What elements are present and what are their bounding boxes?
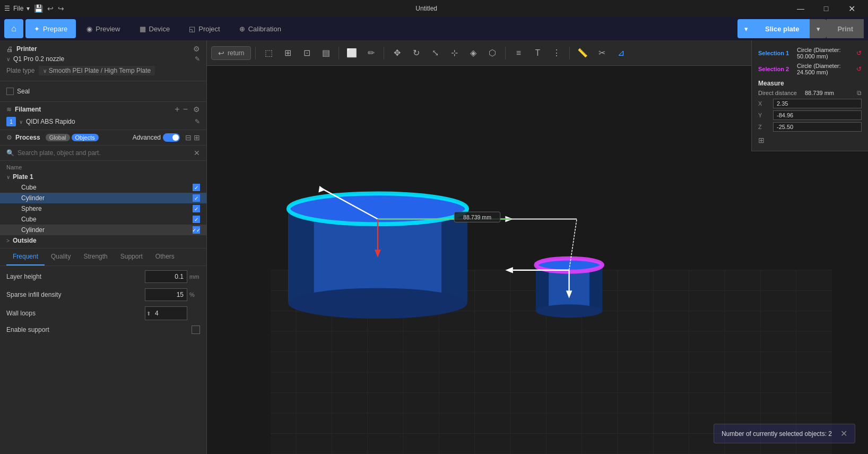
tree-item-cylinder2[interactable]: Cylinder ✓	[0, 225, 206, 235]
project-label: Project	[198, 25, 220, 33]
slice-view-button[interactable]: ⋮	[548, 45, 565, 62]
infill-density-input[interactable]	[145, 288, 187, 301]
rotate-button[interactable]: ↻	[407, 45, 424, 62]
tag-objects[interactable]: Objects	[72, 134, 99, 141]
viewport[interactable]: ↩ return ⬚ ⊞ ⊡ ▤ ⬜ ✏ ✥ ↻ ⤡ ⊹ ◈ ⬡ ≡ T ⋮ 📏…	[207, 40, 868, 454]
process-icon: ⚙	[6, 134, 12, 141]
measure-detail-icon[interactable]: ⊞	[758, 136, 765, 144]
tab-device[interactable]: ▦ Device	[131, 19, 179, 38]
y-value-input[interactable]	[773, 110, 862, 120]
tab-preview[interactable]: ◉ Preview	[78, 19, 128, 38]
tab-frequent[interactable]: Frequent	[6, 249, 45, 265]
perspective-view-button[interactable]: ⬚	[260, 45, 277, 62]
ruler-button[interactable]: 📏	[574, 45, 591, 62]
tree-item-cube2[interactable]: Cube	[0, 214, 206, 225]
enable-support-checkbox[interactable]	[192, 325, 200, 334]
seal-checkbox[interactable]	[6, 88, 14, 95]
tab-strength[interactable]: Strength	[77, 249, 114, 265]
filament-gear-icon[interactable]: ⚙	[193, 105, 200, 114]
cube2-checkbox[interactable]	[193, 216, 200, 223]
knife-button[interactable]: ✂	[593, 45, 610, 62]
wall-loops-input[interactable]	[152, 307, 178, 320]
filament-edit-icon[interactable]: ✎	[195, 118, 200, 125]
layer-height-input[interactable]	[145, 270, 187, 283]
printer-icon: 🖨	[6, 45, 13, 53]
move-button[interactable]: ✥	[388, 45, 405, 62]
layout-button[interactable]: ▤	[317, 45, 334, 62]
process-compare-icon[interactable]: ⊞	[194, 133, 200, 142]
plate1-expand-icon[interactable]: ∨	[6, 174, 13, 180]
setting-enable-support: Enable support	[6, 325, 200, 334]
cube1-checkbox[interactable]	[193, 184, 200, 191]
titlebar: ☰ File ▾ 💾 ↩ ↪ Untitled — □ ✕	[0, 0, 868, 17]
file-menu[interactable]: ☰ File ▾	[4, 5, 30, 12]
printer-name: Q1 Pro 0.2 nozzle	[13, 55, 192, 63]
undo-icon[interactable]: ↩	[47, 4, 54, 13]
cylinder2-checkbox[interactable]: ✓	[193, 226, 200, 234]
layer-height-label: Layer height	[6, 273, 145, 280]
filament-remove-button[interactable]: −	[183, 105, 188, 114]
tree-item-cube1[interactable]: Cube	[0, 182, 206, 193]
status-text: Number of currently selected objects: 2	[722, 430, 832, 438]
text-button[interactable]: T	[529, 45, 546, 62]
grid-view-button[interactable]: ⊞	[279, 45, 296, 62]
cylinder1-checkbox[interactable]	[193, 194, 200, 202]
outside-expand-icon[interactable]: >	[6, 238, 13, 244]
slice-dropdown-button[interactable]: ▾	[737, 19, 754, 38]
process-settings-icon[interactable]: ⊟	[185, 133, 192, 142]
tab-others[interactable]: Others	[149, 249, 181, 265]
minimize-button[interactable]: —	[788, 0, 813, 17]
advanced-toggle-switch[interactable]	[163, 133, 180, 142]
return-button[interactable]: ↩ return	[211, 46, 251, 60]
tab-prepare[interactable]: ✦ Prepare	[25, 19, 76, 38]
tree-item-outside[interactable]: > Outside	[0, 235, 206, 246]
tree-item-sphere[interactable]: Sphere	[0, 203, 206, 214]
tab-support[interactable]: Support	[114, 249, 149, 265]
tree-col-name: Name	[6, 164, 200, 170]
print-dropdown-button[interactable]: ▾	[810, 19, 827, 38]
z-value-input[interactable]	[773, 122, 862, 132]
y-label: Y	[758, 112, 769, 118]
filament-add-button[interactable]: +	[175, 105, 179, 114]
tab-calibration[interactable]: ⊕ Calibration	[231, 19, 290, 38]
scale-button[interactable]: ⤡	[427, 45, 444, 62]
measure-panel: Selection 1 Circle (Diameter: 50.000 mm)…	[751, 40, 868, 151]
save-icon[interactable]: 💾	[34, 4, 43, 13]
tab-project[interactable]: ◱ Project	[180, 19, 228, 38]
search-clear-icon[interactable]: ✕	[194, 149, 200, 157]
tree-item-plate1[interactable]: ∨ Plate 1	[0, 172, 206, 182]
selection2-reset-icon[interactable]: ↺	[856, 65, 862, 73]
x-label: X	[758, 100, 769, 107]
window-title: Untitled	[68, 5, 784, 12]
copy-dist-icon[interactable]: ⧉	[857, 89, 862, 97]
lasso-button[interactable]: ⬡	[484, 45, 501, 62]
measure-button[interactable]: ⊿	[612, 45, 629, 62]
file-label[interactable]: File	[13, 5, 23, 12]
settings-tabs: Frequent Quality Strength Support Others	[0, 249, 206, 266]
search-input[interactable]	[18, 149, 190, 157]
maximize-button[interactable]: □	[814, 0, 838, 17]
slice-plate-button[interactable]: Slice plate	[754, 19, 810, 38]
x-value-input[interactable]	[773, 99, 862, 108]
tab-quality[interactable]: Quality	[45, 249, 77, 265]
filament-name: QIDI ABS Rapido	[26, 118, 192, 125]
select-box-button[interactable]: ⬜	[343, 45, 360, 62]
auto-orient-button[interactable]: ⊡	[298, 45, 315, 62]
tree-item-cylinder1[interactable]: Cylinder	[0, 193, 206, 203]
home-button[interactable]: ⌂	[4, 19, 23, 38]
selection1-reset-icon[interactable]: ↺	[856, 49, 862, 57]
status-close-button[interactable]: ✕	[840, 429, 847, 439]
printer-edit-icon[interactable]: ✎	[195, 55, 200, 63]
paint-button[interactable]: ✏	[362, 45, 379, 62]
wall-loops-label: Wall loops	[6, 310, 145, 317]
paint-support-button[interactable]: ◈	[465, 45, 482, 62]
redo-icon[interactable]: ↪	[58, 4, 64, 13]
close-button[interactable]: ✕	[839, 0, 864, 17]
prepare-label: Prepare	[43, 25, 67, 33]
print-button[interactable]: Print	[827, 19, 864, 38]
mirror-button[interactable]: ⊹	[446, 45, 463, 62]
tag-global[interactable]: Global	[46, 134, 70, 141]
sphere-checkbox[interactable]	[193, 205, 200, 212]
printer-gear-icon[interactable]: ⚙	[193, 45, 200, 53]
layers-button[interactable]: ≡	[510, 45, 527, 62]
